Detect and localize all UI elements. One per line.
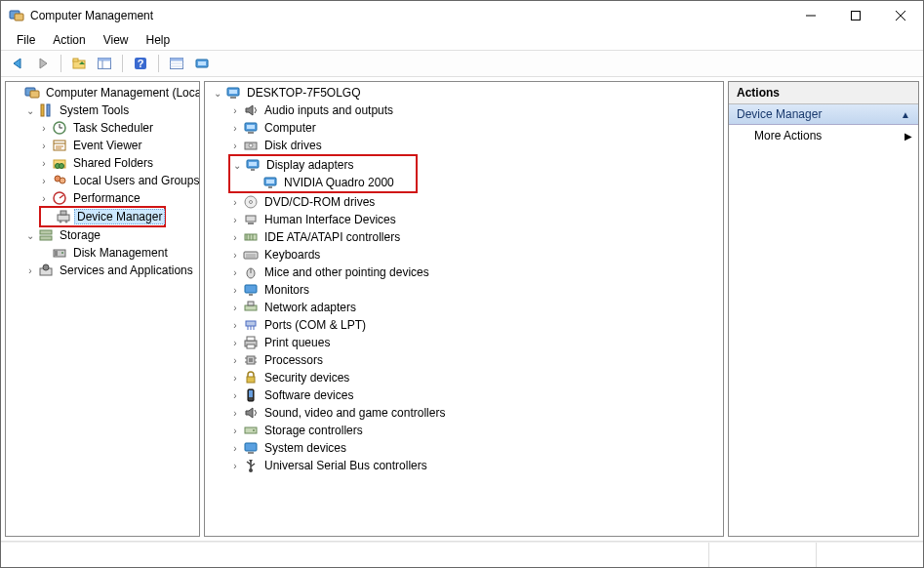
tree-device-manager[interactable]: · Device Manager [41,208,164,225]
device-category-ports[interactable]: › Ports (COM & LPT) [207,316,723,334]
actions-section-device-manager[interactable]: Device Manager ▲ [729,104,918,125]
device-category-print-queues[interactable]: › Print queues [207,334,723,351]
tree-label: Monitors [261,282,312,298]
device-category-network[interactable]: › Network adapters [207,299,723,316]
tree-shared-folders[interactable]: › Shared Folders [8,154,199,172]
device-category-storage-controllers[interactable]: › Storage controllers [207,422,723,439]
chevron-right-icon[interactable]: › [228,121,242,135]
chevron-right-icon[interactable]: › [228,388,242,402]
device-category-security[interactable]: › Security devices [207,369,723,386]
chevron-right-icon[interactable]: › [228,424,242,437]
tree-label: Event Viewer [70,138,144,153]
chevron-right-icon[interactable]: › [37,139,51,152]
device-category-disk-drives[interactable]: › Disk drives [207,137,723,154]
svg-rect-45 [40,236,52,240]
toolbar-separator [60,55,61,72]
up-button[interactable] [68,53,90,74]
device-category-monitors[interactable]: › Monitors [207,281,723,299]
svg-point-37 [60,178,65,183]
chevron-right-icon[interactable]: › [228,103,242,117]
chevron-down-icon[interactable]: ⌄ [23,228,37,242]
menu-view[interactable]: View [96,31,137,49]
toolbar: ? [1,50,923,77]
body: ▾ Computer Management (Local ⌄ System To… [1,77,923,542]
performance-icon [52,190,67,206]
chevron-right-icon[interactable]: › [228,139,242,152]
device-category-computer[interactable]: › Computer [207,119,723,137]
menu-help[interactable]: Help [139,31,179,49]
tree-performance[interactable]: › Performance [8,189,199,207]
device-category-sound-video-game[interactable]: › Sound, video and game controllers [207,404,723,422]
device-category-processors[interactable]: › Processors [207,351,723,369]
back-button[interactable] [7,53,28,74]
svg-rect-103 [248,452,254,454]
svg-rect-89 [247,345,255,348]
chevron-down-icon[interactable]: ⌄ [211,86,224,100]
chevron-right-icon[interactable]: › [23,264,37,277]
chevron-right-icon[interactable]: › [228,406,242,420]
chevron-down-icon[interactable]: ⌄ [23,103,37,117]
tree-root-computer-management[interactable]: ▾ Computer Management (Local [8,84,199,101]
actions-more-actions[interactable]: More Actions ▶ [729,125,918,146]
tree-label: Display adapters [263,157,356,173]
chevron-down-icon[interactable]: ⌄ [230,158,244,172]
tree-task-scheduler[interactable]: › Task Scheduler [8,119,199,137]
show-hide-tree-button[interactable] [94,53,115,74]
tree-local-users-groups[interactable]: › Local Users and Groups [8,172,199,189]
close-button[interactable] [878,1,923,30]
device-category-system[interactable]: › System devices [207,439,723,457]
chevron-right-icon[interactable]: › [228,353,242,367]
device-nvidia-quadro[interactable]: · NVIDIA Quadro 2000 [230,174,416,191]
menu-file[interactable]: File [9,31,43,49]
device-category-audio[interactable]: › Audio inputs and outputs [207,101,723,119]
device-category-hid[interactable]: › Human Interface Devices [207,211,723,228]
chevron-right-icon[interactable]: › [37,121,51,135]
chevron-right-icon[interactable]: › [228,336,242,349]
device-category-keyboards[interactable]: › Keyboards [207,246,723,264]
chevron-right-icon[interactable]: › [228,283,242,297]
svg-rect-57 [248,132,254,134]
tree-disk-management[interactable]: · Disk Management [8,244,199,262]
device-tree-pane[interactable]: ⌄ DESKTOP-7F5OLGQ › Audio inputs and out… [204,81,724,537]
minimize-button[interactable] [788,1,833,30]
device-category-display-adapters[interactable]: ⌄ Display adapters [230,156,416,174]
chevron-right-icon[interactable]: › [228,301,242,314]
chevron-right-icon[interactable]: › [228,371,242,385]
svg-rect-64 [266,180,274,183]
maximize-button[interactable] [833,1,878,30]
chevron-right-icon[interactable]: › [228,459,242,472]
chevron-right-icon[interactable]: › [37,191,51,205]
device-root[interactable]: ⌄ DESKTOP-7F5OLGQ [207,84,723,101]
svg-rect-91 [249,358,253,362]
chevron-right-icon[interactable]: › [228,318,242,332]
properties-button[interactable] [166,53,187,74]
console-tree-pane[interactable]: ▾ Computer Management (Local ⌄ System To… [5,81,200,537]
chevron-right-icon[interactable]: › [228,441,242,455]
tree-services-applications[interactable]: › Services and Applications [8,262,199,279]
device-category-ide[interactable]: › IDE ATA/ATAPI controllers [207,228,723,246]
device-category-dvd[interactable]: › DVD/CD-ROM drives [207,193,723,211]
tree-event-viewer[interactable]: › Event Viewer [8,137,199,154]
chevron-right-icon[interactable]: › [228,213,242,226]
chevron-right-icon[interactable]: › [228,265,242,279]
tree-label: Processors [261,352,326,368]
chevron-right-icon[interactable]: › [228,248,242,262]
help-button[interactable]: ? [130,53,151,74]
tree-label: IDE ATA/ATAPI controllers [261,229,403,245]
ports-icon [243,317,259,333]
device-category-usb[interactable]: › Universal Serial Bus controllers [207,457,723,474]
chevron-right-icon[interactable]: › [37,174,51,187]
svg-rect-9 [73,59,78,61]
device-category-mice[interactable]: › Mice and other pointing devices [207,264,723,281]
chevron-right-icon[interactable]: › [37,156,51,170]
chevron-right-icon[interactable]: › [228,230,242,244]
forward-button[interactable] [32,53,54,74]
chevron-right-icon[interactable]: › [228,195,242,209]
toolbar-separator [158,55,159,72]
tree-storage[interactable]: ⌄ Storage [8,226,199,244]
menu-action[interactable]: Action [45,31,93,49]
tree-system-tools[interactable]: ⌄ System Tools [8,101,199,119]
device-category-software[interactable]: › Software devices [207,386,723,404]
scan-hardware-button[interactable] [191,53,213,74]
svg-rect-65 [268,186,272,188]
